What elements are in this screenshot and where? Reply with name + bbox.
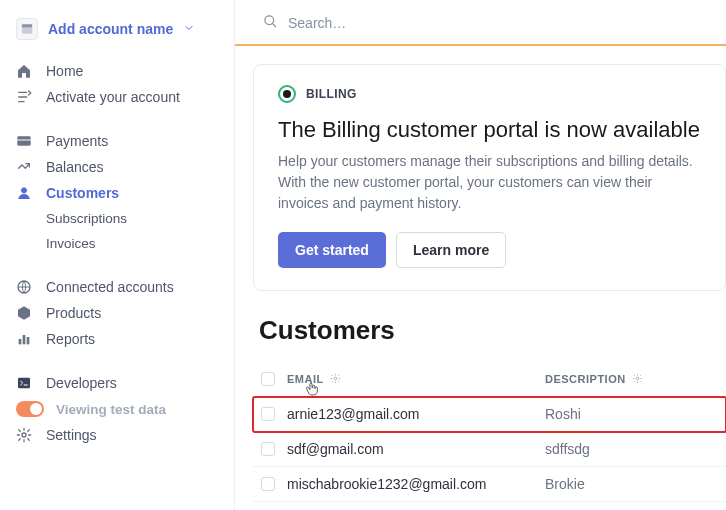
- nav-settings[interactable]: Settings: [0, 422, 234, 448]
- globe-icon: [16, 279, 32, 295]
- learn-more-button[interactable]: Learn more: [396, 232, 506, 268]
- search-input[interactable]: [288, 15, 708, 31]
- page-title: Customers: [253, 315, 726, 346]
- nav-label: Settings: [46, 427, 97, 443]
- gear-icon: [16, 427, 32, 443]
- box-icon: [16, 305, 32, 321]
- svg-rect-7: [23, 335, 26, 344]
- search-bar[interactable]: [235, 0, 726, 46]
- card-icon: [16, 133, 32, 149]
- cell-email: arnie123@gmail.com: [287, 406, 545, 422]
- nav-invoices[interactable]: Invoices: [0, 231, 234, 256]
- cell-description: Roshi: [545, 406, 718, 422]
- nav-activate[interactable]: Activate your account: [0, 84, 234, 110]
- banner-description: Help your customers manage their subscri…: [278, 151, 701, 214]
- nav-home[interactable]: Home: [0, 58, 234, 84]
- main-content: BILLING The Billing customer portal is n…: [235, 0, 726, 510]
- nav-subscriptions[interactable]: Subscriptions: [0, 206, 234, 231]
- svg-rect-9: [18, 378, 30, 389]
- column-header-email[interactable]: EMAIL: [287, 373, 545, 386]
- svg-rect-3: [17, 139, 30, 141]
- nav-payments[interactable]: Payments: [0, 128, 234, 154]
- row-checkbox[interactable]: [261, 407, 275, 421]
- column-header-description[interactable]: DESCRIPTION: [545, 373, 718, 386]
- customers-icon: [16, 185, 32, 201]
- nav-label: Subscriptions: [46, 211, 127, 226]
- nav-products[interactable]: Products: [0, 300, 234, 326]
- table-row[interactable]: sdf@gmail.comsdffsdg: [253, 432, 726, 467]
- test-data-label: Viewing test data: [56, 402, 166, 417]
- svg-rect-1: [22, 24, 33, 27]
- svg-rect-8: [27, 337, 30, 344]
- nav-connected-accounts[interactable]: Connected accounts: [0, 274, 234, 300]
- get-started-button[interactable]: Get started: [278, 232, 386, 268]
- svg-rect-6: [19, 339, 22, 344]
- gear-icon[interactable]: [632, 373, 643, 386]
- nav-reports[interactable]: Reports: [0, 326, 234, 352]
- customers-table: EMAIL DESCRIPTION arnie123@gmail.comRosh…: [253, 362, 726, 510]
- nav-label: Developers: [46, 375, 117, 391]
- cell-email: sdf@gmail.com: [287, 441, 545, 457]
- cell-email: mischabrookie1232@gmail.com: [287, 476, 545, 492]
- svg-point-4: [21, 188, 26, 193]
- table-row[interactable]: elenorwert123@gmail.comrandom: [253, 502, 726, 510]
- banner-tag: BILLING: [306, 87, 357, 101]
- select-all-checkbox[interactable]: [261, 372, 275, 386]
- billing-banner: BILLING The Billing customer portal is n…: [253, 64, 726, 291]
- gear-icon[interactable]: [330, 373, 341, 386]
- table-row[interactable]: arnie123@gmail.comRoshi: [253, 397, 726, 432]
- nav-label: Customers: [46, 185, 119, 201]
- nav-label: Products: [46, 305, 101, 321]
- sidebar: Add account name Home Activate your acco…: [0, 0, 235, 510]
- nav-developers[interactable]: Developers: [0, 370, 234, 396]
- svg-point-12: [334, 377, 337, 380]
- nav-label: Invoices: [46, 236, 96, 251]
- nav-balances[interactable]: Balances: [0, 154, 234, 180]
- nav-label: Payments: [46, 133, 108, 149]
- nav-label: Connected accounts: [46, 279, 174, 295]
- table-row[interactable]: mischabrookie1232@gmail.comBrokie: [253, 467, 726, 502]
- svg-point-13: [636, 377, 639, 380]
- svg-point-10: [22, 433, 26, 437]
- cell-description: Brokie: [545, 476, 718, 492]
- row-checkbox[interactable]: [261, 477, 275, 491]
- toggle-icon[interactable]: [16, 401, 44, 417]
- reports-icon: [16, 331, 32, 347]
- account-name-label: Add account name: [48, 21, 173, 37]
- billing-badge-icon: [278, 85, 296, 103]
- account-logo-icon: [16, 18, 38, 40]
- checklist-icon: [16, 89, 32, 105]
- account-switcher[interactable]: Add account name: [0, 14, 234, 52]
- search-icon: [263, 14, 278, 32]
- table-header: EMAIL DESCRIPTION: [253, 362, 726, 397]
- test-data-toggle-row[interactable]: Viewing test data: [0, 396, 234, 422]
- home-icon: [16, 63, 32, 79]
- nav-label: Home: [46, 63, 83, 79]
- chevron-down-icon: [183, 21, 195, 37]
- banner-title: The Billing customer portal is now avail…: [278, 117, 701, 143]
- nav-label: Balances: [46, 159, 104, 175]
- nav-label: Activate your account: [46, 89, 180, 105]
- cell-description: sdffsdg: [545, 441, 718, 457]
- terminal-icon: [16, 375, 32, 391]
- nav-customers[interactable]: Customers: [0, 180, 234, 206]
- row-checkbox[interactable]: [261, 442, 275, 456]
- nav-label: Reports: [46, 331, 95, 347]
- balance-icon: [16, 159, 32, 175]
